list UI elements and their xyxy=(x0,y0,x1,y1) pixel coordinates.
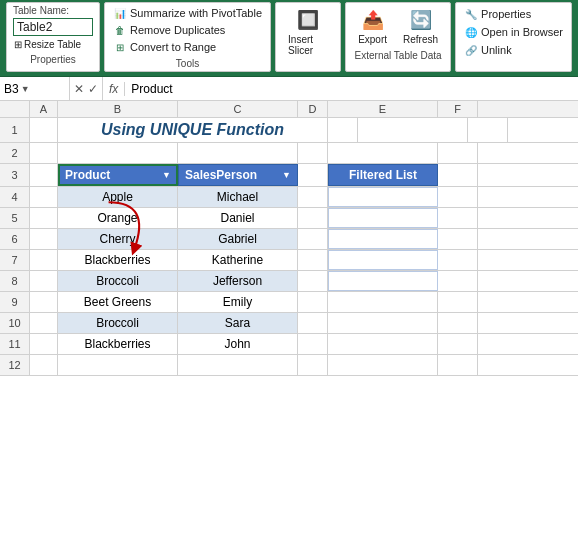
salesperson-dropdown[interactable]: ▼ xyxy=(282,170,291,180)
cell-c4[interactable]: Michael xyxy=(178,187,298,207)
row-num-8: 8 xyxy=(0,271,30,291)
unlink-button[interactable]: 🔗 Unlink xyxy=(462,42,565,58)
cell-d9[interactable] xyxy=(298,292,328,312)
cell-e11[interactable] xyxy=(328,334,438,354)
cell-a6[interactable] xyxy=(30,229,58,249)
cell-c7[interactable]: Katherine xyxy=(178,250,298,270)
cell-f9[interactable] xyxy=(438,292,478,312)
cell-a4[interactable] xyxy=(30,187,58,207)
confirm-icon[interactable]: ✓ xyxy=(88,82,98,96)
cell-a2[interactable] xyxy=(30,143,58,163)
cell-c10[interactable]: Sara xyxy=(178,313,298,333)
col-header-e[interactable]: E xyxy=(328,101,438,117)
cell-d10[interactable] xyxy=(298,313,328,333)
cell-f1[interactable] xyxy=(468,118,508,142)
table-name-input[interactable] xyxy=(13,18,93,36)
cell-d11[interactable] xyxy=(298,334,328,354)
cell-b3[interactable]: Product ▼ xyxy=(58,164,178,186)
cell-b10[interactable]: Broccoli xyxy=(58,313,178,333)
insert-slicer-group: 🔲 Insert Slicer xyxy=(275,2,341,72)
cell-d4[interactable] xyxy=(298,187,328,207)
cell-d7[interactable] xyxy=(298,250,328,270)
cell-c8[interactable]: Jefferson xyxy=(178,271,298,291)
properties2-label: Properties xyxy=(481,8,531,20)
col-header-c[interactable]: C xyxy=(178,101,298,117)
properties2-button[interactable]: 🔧 Properties xyxy=(462,6,565,22)
remove-duplicates-button[interactable]: 🗑 Remove Duplicates xyxy=(111,22,264,38)
cell-d1[interactable] xyxy=(328,118,358,142)
cell-c2[interactable] xyxy=(178,143,298,163)
cell-e8[interactable] xyxy=(328,271,438,291)
convert-range-button[interactable]: ⊞ Convert to Range xyxy=(111,39,264,55)
cell-c5[interactable]: Daniel xyxy=(178,208,298,228)
cell-b11[interactable]: Blackberries xyxy=(58,334,178,354)
row-7: 7 Blackberries Katherine xyxy=(0,250,578,271)
refresh-button[interactable]: 🔄 Refresh xyxy=(399,6,442,47)
cell-d12[interactable] xyxy=(298,355,328,375)
cell-d3[interactable] xyxy=(298,164,328,186)
cell-d5[interactable] xyxy=(298,208,328,228)
cell-e3[interactable]: Filtered List xyxy=(328,164,438,186)
cell-e7[interactable] xyxy=(328,250,438,270)
cell-f10[interactable] xyxy=(438,313,478,333)
name-box[interactable]: B3 ▼ xyxy=(0,77,70,100)
col-header-f[interactable]: F xyxy=(438,101,478,117)
cell-b7[interactable]: Blackberries xyxy=(58,250,178,270)
cell-f6[interactable] xyxy=(438,229,478,249)
cell-e6[interactable] xyxy=(328,229,438,249)
cell-a3[interactable] xyxy=(30,164,58,186)
cell-b2[interactable] xyxy=(58,143,178,163)
cell-a8[interactable] xyxy=(30,271,58,291)
cell-d8[interactable] xyxy=(298,271,328,291)
cell-c11[interactable]: John xyxy=(178,334,298,354)
cell-c3[interactable]: SalesPerson ▼ xyxy=(178,164,298,186)
cell-e4[interactable] xyxy=(328,187,438,207)
cancel-icon[interactable]: ✕ xyxy=(74,82,84,96)
cell-e9[interactable] xyxy=(328,292,438,312)
col-header-b[interactable]: B xyxy=(58,101,178,117)
col-header-a[interactable]: A xyxy=(30,101,58,117)
cell-f8[interactable] xyxy=(438,271,478,291)
product-header: Product xyxy=(65,168,110,182)
cell-b5[interactable]: Orange xyxy=(58,208,178,228)
insert-slicer-button[interactable]: 🔲 Insert Slicer xyxy=(284,6,332,58)
cell-b4[interactable]: Apple xyxy=(58,187,178,207)
row-11: 11 Blackberries John xyxy=(0,334,578,355)
cell-f11[interactable] xyxy=(438,334,478,354)
cell-c9[interactable]: Emily xyxy=(178,292,298,312)
cell-f4[interactable] xyxy=(438,187,478,207)
cell-f7[interactable] xyxy=(438,250,478,270)
cell-f5[interactable] xyxy=(438,208,478,228)
cell-c12[interactable] xyxy=(178,355,298,375)
cell-a1[interactable] xyxy=(30,118,58,142)
product-dropdown[interactable]: ▼ xyxy=(162,170,171,180)
cell-d2[interactable] xyxy=(298,143,328,163)
remove-dup-icon: 🗑 xyxy=(113,23,127,37)
cell-d6[interactable] xyxy=(298,229,328,249)
cell-e10[interactable] xyxy=(328,313,438,333)
cell-c6[interactable]: Gabriel xyxy=(178,229,298,249)
cell-a10[interactable] xyxy=(30,313,58,333)
open-browser-button[interactable]: 🌐 Open in Browser xyxy=(462,24,565,40)
summarize-pivottable-button[interactable]: 📊 Summarize with PivotTable xyxy=(111,5,264,21)
name-box-arrow[interactable]: ▼ xyxy=(21,84,30,94)
cell-e1[interactable] xyxy=(358,118,468,142)
cell-a7[interactable] xyxy=(30,250,58,270)
cell-a11[interactable] xyxy=(30,334,58,354)
cell-f3[interactable] xyxy=(438,164,478,186)
cell-f12[interactable] xyxy=(438,355,478,375)
cell-a12[interactable] xyxy=(30,355,58,375)
cell-a9[interactable] xyxy=(30,292,58,312)
cell-b9[interactable]: Beet Greens xyxy=(58,292,178,312)
cell-e5[interactable] xyxy=(328,208,438,228)
cell-a5[interactable] xyxy=(30,208,58,228)
export-button[interactable]: 📤 Export xyxy=(354,6,391,47)
cell-e12[interactable] xyxy=(328,355,438,375)
cell-b8[interactable]: Broccoli xyxy=(58,271,178,291)
resize-table-button[interactable]: ⊞ Resize Table xyxy=(13,38,93,51)
cell-e2[interactable] xyxy=(328,143,438,163)
cell-b12[interactable] xyxy=(58,355,178,375)
col-header-d[interactable]: D xyxy=(298,101,328,117)
cell-f2[interactable] xyxy=(438,143,478,163)
cell-b6[interactable]: Cherry xyxy=(58,229,178,249)
